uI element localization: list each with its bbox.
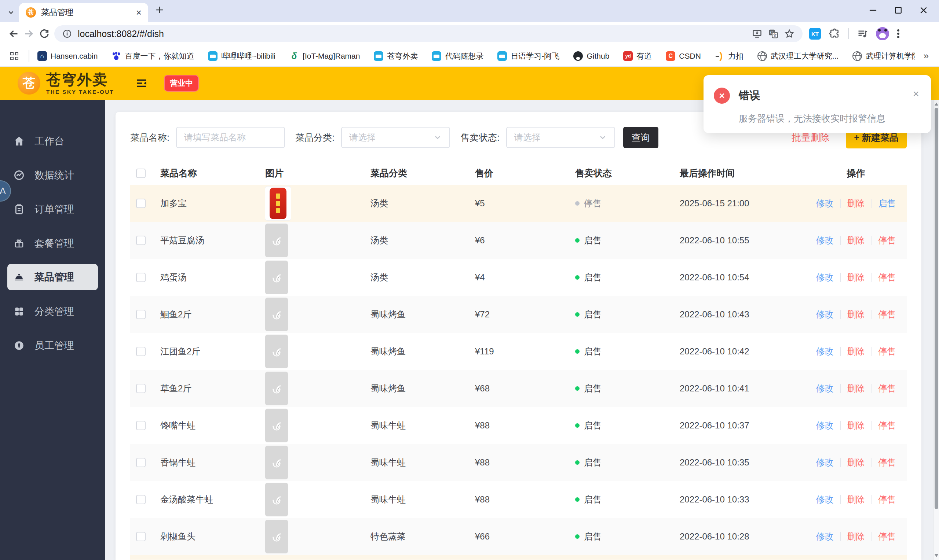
site-info-icon[interactable] (62, 29, 72, 38)
status-dot-icon (575, 423, 580, 428)
sidebar-collapse-icon[interactable] (135, 77, 148, 89)
translate-icon[interactable] (768, 29, 778, 39)
toggle-sale-link[interactable]: 停售 (879, 383, 896, 394)
kt-extension-icon[interactable]: KT (809, 28, 821, 40)
bookmark-item[interactable]: 武理计算机学院 (853, 51, 914, 61)
scrollbar-down-icon[interactable] (934, 554, 938, 557)
dish-name-input[interactable] (176, 127, 285, 148)
sidebar-item-home[interactable]: 工作台 (0, 124, 105, 158)
edit-link[interactable]: 修改 (816, 457, 834, 468)
bookmark-item[interactable]: 武汉理工大学研究... (757, 51, 839, 61)
tab-close-icon[interactable]: × (136, 8, 142, 17)
tab-search-chevron-icon[interactable] (5, 6, 18, 19)
col-category: 菜品分类 (370, 167, 475, 179)
shop-status-badge[interactable]: 营业中 (164, 75, 199, 92)
apps-grid-icon[interactable] (10, 52, 19, 60)
sidebar-item-grid[interactable]: 分类管理 (0, 294, 105, 328)
bookmark-item[interactable]: CSDN (666, 51, 701, 61)
edit-link[interactable]: 修改 (816, 235, 834, 246)
playlist-extension-icon[interactable] (857, 28, 868, 39)
sidebar-item-gift[interactable]: 套餐管理 (0, 226, 105, 260)
tv-icon (208, 51, 217, 61)
toolbar-divider (848, 28, 849, 39)
delete-link[interactable]: 删除 (847, 383, 865, 394)
bookmark-item[interactable]: 代码随想录 (432, 51, 483, 61)
toggle-sale-link[interactable]: 停售 (879, 272, 896, 283)
install-app-icon[interactable] (752, 29, 762, 39)
toast-close-icon[interactable]: × (913, 88, 919, 100)
bookmark-item[interactable]: Hansen.cabin (37, 51, 97, 61)
bookmarks-overflow-icon[interactable]: » (924, 50, 929, 62)
select-all-checkbox[interactable] (136, 169, 146, 178)
toggle-sale-link[interactable]: 停售 (879, 420, 896, 431)
close-window-button[interactable] (919, 5, 929, 15)
toggle-sale-link[interactable]: 停售 (879, 235, 896, 246)
new-tab-button[interactable] (155, 5, 164, 16)
bookmark-item[interactable]: 有道 (623, 51, 652, 61)
sale-status-select[interactable]: 请选择 (506, 127, 615, 148)
bookmark-star-icon[interactable] (784, 29, 794, 39)
row-checkbox[interactable] (136, 421, 146, 430)
row-checkbox[interactable] (136, 458, 146, 467)
minimize-button[interactable] (868, 5, 878, 15)
delete-link[interactable]: 删除 (847, 197, 865, 209)
delete-link[interactable]: 删除 (847, 272, 865, 283)
bookmark-item[interactable]: 哔哩哔哩~bilibili (208, 51, 276, 61)
delete-link[interactable]: 删除 (847, 309, 865, 320)
delete-link[interactable]: 删除 (847, 494, 865, 505)
delete-link[interactable]: 删除 (847, 531, 865, 542)
bookmark-item[interactable]: [IoT-Mag]Raman (290, 51, 360, 61)
profile-avatar[interactable] (876, 27, 889, 40)
reload-icon[interactable] (37, 26, 52, 42)
browser-tab[interactable]: 苍 菜品管理 × (19, 3, 148, 22)
sidebar-item-chart[interactable]: 数据统计 (0, 158, 105, 192)
extensions-puzzle-icon[interactable] (829, 28, 840, 39)
search-button[interactable]: 查询 (623, 127, 658, 148)
maximize-button[interactable] (894, 6, 903, 15)
delete-link[interactable]: 删除 (847, 235, 865, 246)
sidebar-item-staff[interactable]: 员工管理 (0, 328, 105, 363)
edit-link[interactable]: 修改 (816, 420, 834, 431)
delete-link[interactable]: 删除 (847, 457, 865, 468)
row-checkbox[interactable] (136, 347, 146, 356)
sidebar-item-cloche[interactable]: 菜品管理 (7, 264, 98, 290)
edit-link[interactable]: 修改 (816, 272, 834, 283)
edit-link[interactable]: 修改 (816, 197, 834, 209)
row-checkbox[interactable] (136, 495, 146, 504)
row-checkbox[interactable] (136, 273, 146, 282)
toggle-sale-link[interactable]: 停售 (879, 309, 896, 320)
delete-link[interactable]: 删除 (847, 420, 865, 431)
dish-category-select[interactable]: 请选择 (341, 127, 450, 148)
bookmark-item[interactable]: Github (573, 51, 609, 61)
edit-link[interactable]: 修改 (816, 346, 834, 357)
toggle-sale-link[interactable]: 停售 (879, 531, 896, 542)
edit-link[interactable]: 修改 (816, 494, 834, 505)
edit-link[interactable]: 修改 (816, 383, 834, 394)
edit-link[interactable]: 修改 (816, 531, 834, 542)
scrollbar-up-icon[interactable] (934, 103, 938, 106)
sidebar-item-clipboard[interactable]: 订单管理 (0, 192, 105, 226)
bookmark-item[interactable]: 苍穹外卖 (374, 51, 418, 61)
toggle-sale-link[interactable]: 停售 (879, 457, 896, 468)
page-scrollbar[interactable] (933, 100, 939, 560)
delete-link[interactable]: 删除 (847, 346, 865, 357)
toggle-sale-link[interactable]: 启售 (879, 197, 896, 209)
row-checkbox[interactable] (136, 384, 146, 393)
bookmark-item[interactable]: 百度一下，你就知道 (111, 51, 194, 61)
toggle-sale-link[interactable]: 停售 (879, 494, 896, 505)
url-text[interactable]: localhost:8082/#/dish (78, 29, 746, 39)
back-icon[interactable] (6, 26, 21, 42)
row-checkbox[interactable] (136, 198, 146, 208)
row-checkbox[interactable] (136, 532, 146, 541)
bookmark-item[interactable]: 日语学习-阿飞 (497, 51, 560, 61)
scrollbar-thumb[interactable] (934, 108, 938, 509)
bookmark-label: 武理计算机学院 (866, 51, 914, 61)
toggle-sale-link[interactable]: 停售 (879, 346, 896, 357)
row-checkbox[interactable] (136, 310, 146, 319)
edit-link[interactable]: 修改 (816, 309, 834, 320)
forward-icon[interactable] (21, 26, 37, 42)
address-bar[interactable]: localhost:8082/#/dish (54, 25, 803, 42)
row-checkbox[interactable] (136, 235, 146, 245)
browser-menu-icon[interactable] (897, 29, 899, 32)
bookmark-item[interactable]: 力扣 (715, 51, 743, 61)
